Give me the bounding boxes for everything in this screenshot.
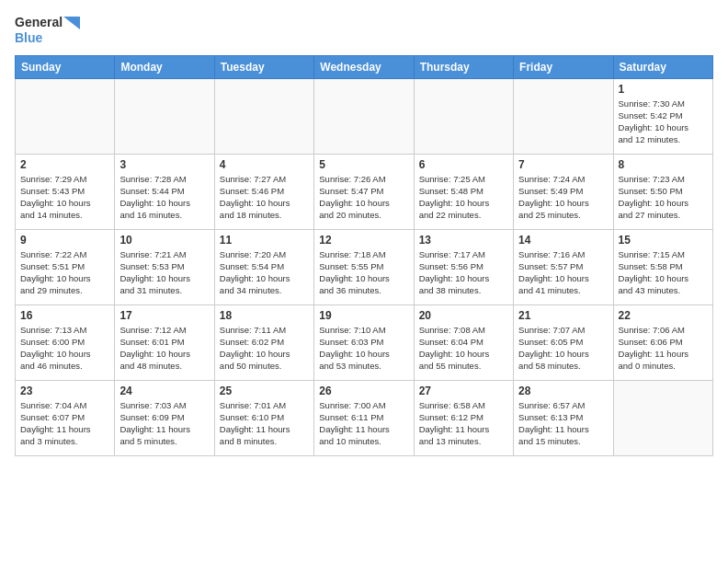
day-number: 9 [20,234,109,247]
day-info: Sunrise: 7:24 AM Sunset: 5:49 PM Dayligh… [518,173,608,222]
calendar-cell: 6Sunrise: 7:25 AM Sunset: 5:48 PM Daylig… [414,154,513,229]
week-row-1: 1Sunrise: 7:30 AM Sunset: 5:42 PM Daylig… [16,78,713,154]
day-info: Sunrise: 7:08 AM Sunset: 6:04 PM Dayligh… [419,324,508,373]
day-number: 17 [119,309,209,322]
day-number: 28 [518,385,608,397]
day-info: Sunrise: 7:04 AM Sunset: 6:07 PM Dayligh… [20,399,109,448]
calendar-cell: 23Sunrise: 7:04 AM Sunset: 6:07 PM Dayli… [16,380,115,455]
day-info: Sunrise: 7:11 AM Sunset: 6:02 PM Dayligh… [220,324,309,373]
day-info: Sunrise: 7:25 AM Sunset: 5:48 PM Dayligh… [419,173,508,222]
day-number: 19 [319,309,408,322]
calendar-cell: 5Sunrise: 7:26 AM Sunset: 5:47 PM Daylig… [314,154,414,229]
day-info: Sunrise: 7:12 AM Sunset: 6:01 PM Dayligh… [119,324,209,373]
week-row-2: 2Sunrise: 7:29 AM Sunset: 5:43 PM Daylig… [16,154,713,229]
day-info: Sunrise: 7:27 AM Sunset: 5:46 PM Dayligh… [220,173,309,222]
day-number: 1 [619,83,708,96]
calendar-cell: 18Sunrise: 7:11 AM Sunset: 6:02 PM Dayli… [214,304,313,380]
calendar-cell: 7Sunrise: 7:24 AM Sunset: 5:49 PM Daylig… [514,154,613,229]
page-header: General Blue [15,15,713,46]
day-number: 25 [220,385,309,397]
day-info: Sunrise: 7:21 AM Sunset: 5:53 PM Dayligh… [119,248,209,297]
day-info: Sunrise: 7:07 AM Sunset: 6:05 PM Dayligh… [518,324,608,373]
day-number: 22 [619,309,708,322]
calendar-cell: 8Sunrise: 7:23 AM Sunset: 5:50 PM Daylig… [613,154,712,229]
day-number: 23 [20,385,109,397]
day-number: 18 [220,309,309,322]
svg-marker-0 [63,17,80,29]
day-info: Sunrise: 7:00 AM Sunset: 6:11 PM Dayligh… [319,399,408,448]
calendar-cell: 26Sunrise: 7:00 AM Sunset: 6:11 PM Dayli… [314,380,414,455]
calendar-cell: 3Sunrise: 7:28 AM Sunset: 5:44 PM Daylig… [115,154,214,229]
day-number: 27 [419,385,508,397]
day-number: 13 [419,234,508,247]
weekday-header-tuesday: Tuesday [214,55,313,78]
day-info: Sunrise: 7:28 AM Sunset: 5:44 PM Dayligh… [119,173,209,222]
day-number: 16 [20,309,109,322]
day-info: Sunrise: 6:58 AM Sunset: 6:12 PM Dayligh… [419,399,508,448]
day-number: 24 [119,385,209,397]
day-number: 15 [619,234,708,247]
calendar-cell [115,78,214,154]
logo-text: General Blue [15,15,80,46]
calendar-cell: 13Sunrise: 7:17 AM Sunset: 5:56 PM Dayli… [414,229,513,304]
day-info: Sunrise: 7:16 AM Sunset: 5:57 PM Dayligh… [518,248,608,297]
weekday-header-row: SundayMondayTuesdayWednesdayThursdayFrid… [16,55,713,78]
calendar-cell: 17Sunrise: 7:12 AM Sunset: 6:01 PM Dayli… [115,304,214,380]
day-info: Sunrise: 7:03 AM Sunset: 6:09 PM Dayligh… [119,399,209,448]
day-number: 6 [419,158,508,171]
calendar-cell: 12Sunrise: 7:18 AM Sunset: 5:55 PM Dayli… [314,229,414,304]
day-info: Sunrise: 7:15 AM Sunset: 5:58 PM Dayligh… [619,248,708,297]
day-info: Sunrise: 7:30 AM Sunset: 5:42 PM Dayligh… [619,98,708,146]
calendar-cell [314,78,414,154]
week-row-5: 23Sunrise: 7:04 AM Sunset: 6:07 PM Dayli… [16,380,713,455]
calendar-cell [613,380,712,455]
calendar-cell: 11Sunrise: 7:20 AM Sunset: 5:54 PM Dayli… [214,229,313,304]
calendar-cell: 24Sunrise: 7:03 AM Sunset: 6:09 PM Dayli… [115,380,214,455]
calendar-cell [16,78,115,154]
day-info: Sunrise: 7:10 AM Sunset: 6:03 PM Dayligh… [319,324,408,373]
weekday-header-wednesday: Wednesday [314,55,414,78]
week-row-3: 9Sunrise: 7:22 AM Sunset: 5:51 PM Daylig… [16,229,713,304]
calendar-cell: 14Sunrise: 7:16 AM Sunset: 5:57 PM Dayli… [514,229,613,304]
day-info: Sunrise: 7:06 AM Sunset: 6:06 PM Dayligh… [619,324,708,373]
day-number: 2 [20,158,109,171]
calendar-cell: 25Sunrise: 7:01 AM Sunset: 6:10 PM Dayli… [214,380,313,455]
weekday-header-thursday: Thursday [414,55,513,78]
calendar-cell: 9Sunrise: 7:22 AM Sunset: 5:51 PM Daylig… [16,229,115,304]
calendar-cell: 2Sunrise: 7:29 AM Sunset: 5:43 PM Daylig… [16,154,115,229]
day-info: Sunrise: 7:22 AM Sunset: 5:51 PM Dayligh… [20,248,109,297]
weekday-header-saturday: Saturday [613,55,712,78]
calendar-cell [414,78,513,154]
calendar-cell: 4Sunrise: 7:27 AM Sunset: 5:46 PM Daylig… [214,154,313,229]
day-number: 21 [518,309,608,322]
weekday-header-sunday: Sunday [16,55,115,78]
day-number: 10 [119,234,209,247]
calendar-cell: 28Sunrise: 6:57 AM Sunset: 6:13 PM Dayli… [514,380,613,455]
calendar-cell: 19Sunrise: 7:10 AM Sunset: 6:03 PM Dayli… [314,304,414,380]
day-info: Sunrise: 7:23 AM Sunset: 5:50 PM Dayligh… [619,173,708,222]
logo: General Blue [15,15,80,46]
day-info: Sunrise: 7:18 AM Sunset: 5:55 PM Dayligh… [319,248,408,297]
day-number: 26 [319,385,408,397]
weekday-header-monday: Monday [115,55,214,78]
day-info: Sunrise: 7:29 AM Sunset: 5:43 PM Dayligh… [20,173,109,222]
calendar-cell: 16Sunrise: 7:13 AM Sunset: 6:00 PM Dayli… [16,304,115,380]
day-info: Sunrise: 7:20 AM Sunset: 5:54 PM Dayligh… [220,248,309,297]
day-info: Sunrise: 7:17 AM Sunset: 5:56 PM Dayligh… [419,248,508,297]
day-number: 14 [518,234,608,247]
calendar-cell [514,78,613,154]
calendar-cell: 20Sunrise: 7:08 AM Sunset: 6:04 PM Dayli… [414,304,513,380]
day-info: Sunrise: 7:13 AM Sunset: 6:00 PM Dayligh… [20,324,109,373]
calendar-cell: 27Sunrise: 6:58 AM Sunset: 6:12 PM Dayli… [414,380,513,455]
day-number: 7 [518,158,608,171]
day-info: Sunrise: 6:57 AM Sunset: 6:13 PM Dayligh… [518,399,608,448]
day-number: 20 [419,309,508,322]
calendar-cell: 22Sunrise: 7:06 AM Sunset: 6:06 PM Dayli… [613,304,712,380]
day-number: 8 [619,158,708,171]
day-number: 12 [319,234,408,247]
calendar-cell: 15Sunrise: 7:15 AM Sunset: 5:58 PM Dayli… [613,229,712,304]
weekday-header-friday: Friday [514,55,613,78]
day-number: 5 [319,158,408,171]
calendar-cell: 10Sunrise: 7:21 AM Sunset: 5:53 PM Dayli… [115,229,214,304]
week-row-4: 16Sunrise: 7:13 AM Sunset: 6:00 PM Dayli… [16,304,713,380]
